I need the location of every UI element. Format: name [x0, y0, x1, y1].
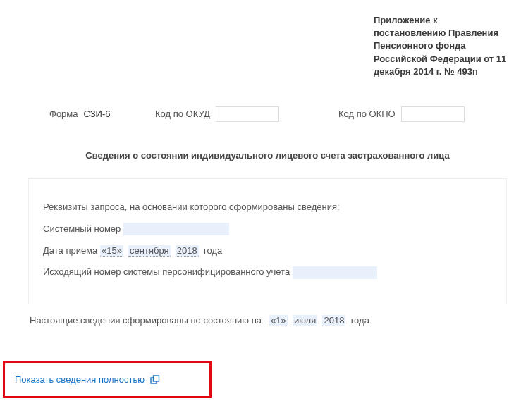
date-suffix: года: [204, 245, 222, 256]
status-year: 2018: [322, 315, 345, 326]
system-number-line: Системный номер: [43, 222, 492, 237]
date-year: 2018: [176, 245, 199, 257]
okpo-input[interactable]: [401, 106, 465, 122]
document-body: Приложение к постановлению Правления Пен…: [0, 0, 521, 361]
form-meta-row: Форма СЗИ-6 Код по ОКУД Код по ОКПО: [28, 106, 507, 122]
show-full-label: Показать сведения полностью: [15, 374, 145, 385]
attachment-header: Приложение к постановлению Правления Пен…: [374, 14, 507, 78]
date-prefix: Дата приема: [43, 245, 97, 256]
status-day: «1»: [269, 315, 288, 326]
system-number-value: [123, 223, 229, 235]
show-full-link[interactable]: Показать сведения полностью: [15, 374, 160, 385]
form-name-label: Форма: [49, 109, 78, 119]
okpo-label: Код по ОКПО: [338, 109, 396, 119]
status-month: июля: [293, 315, 317, 326]
date-month: сентября: [128, 245, 170, 257]
status-prefix: Настоящие сведения сформированы по состо…: [30, 315, 262, 326]
document-title: Сведения о состоянии индивидуального лиц…: [28, 150, 507, 161]
svg-rect-1: [153, 376, 159, 381]
form-name-group: Форма СЗИ-6: [49, 109, 155, 119]
acceptance-date-line: Дата приема «15» сентября 2018 года: [43, 244, 492, 259]
status-line: Настоящие сведения сформированы по состо…: [28, 315, 507, 326]
okpo-group: Код по ОКПО: [338, 106, 465, 122]
status-suffix: года: [351, 315, 369, 326]
outgoing-number-label: Исходящий номер системы персонифицирован…: [43, 266, 290, 277]
outgoing-number-line: Исходящий номер системы персонифицирован…: [43, 265, 492, 280]
request-header-line: Реквизиты запроса, на основании которого…: [43, 200, 492, 215]
outgoing-number-value: [293, 266, 377, 279]
expand-icon: [150, 375, 160, 385]
date-day: «15»: [100, 245, 123, 257]
action-bar: Показать сведения полностью: [3, 361, 212, 398]
okud-label: Код по ОКУД: [155, 109, 210, 119]
form-name-value: СЗИ-6: [84, 109, 111, 119]
okud-group: Код по ОКУД: [155, 106, 338, 122]
okud-input[interactable]: [216, 106, 279, 122]
request-details-box: Реквизиты запроса, на основании которого…: [28, 178, 507, 304]
system-number-label: Системный номер: [43, 223, 121, 234]
